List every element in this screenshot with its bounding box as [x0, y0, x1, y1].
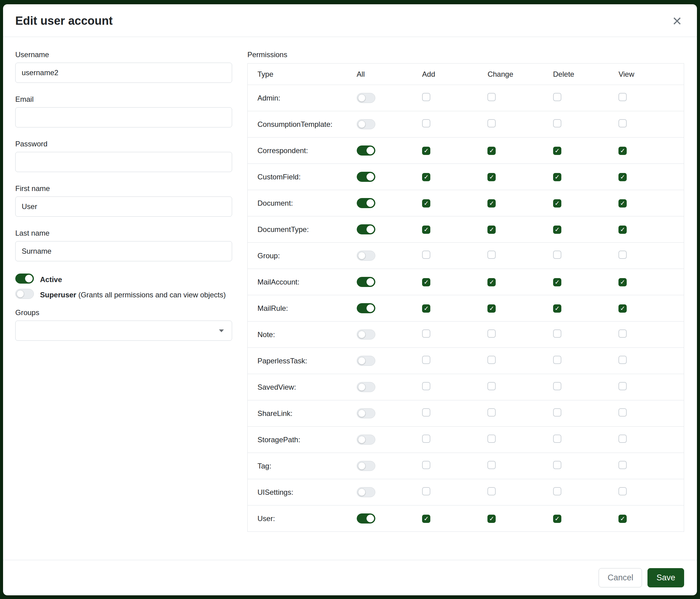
perm-add-checkbox-admin[interactable] [422, 93, 430, 101]
perm-all-toggle-paperlesstask[interactable] [357, 356, 375, 366]
perm-view-checkbox-storagepath[interactable] [619, 435, 627, 443]
perm-delete-checkbox-consumptiontemplate[interactable] [553, 119, 561, 127]
superuser-toggle[interactable] [15, 289, 34, 299]
first-name-input[interactable] [15, 196, 232, 217]
perm-all-toggle-correspondent[interactable] [357, 145, 375, 155]
perm-change-checkbox-storagepath[interactable] [488, 435, 496, 443]
perm-change-checkbox-correspondent[interactable]: ✓ [488, 147, 496, 155]
perm-row-note: Note: [248, 321, 684, 348]
perm-all-toggle-savedview[interactable] [357, 382, 375, 392]
perm-all-toggle-uisettings[interactable] [357, 487, 375, 497]
perm-view-checkbox-documenttype[interactable]: ✓ [619, 225, 627, 234]
perm-change-checkbox-user[interactable]: ✓ [488, 514, 496, 523]
perm-change-checkbox-uisettings[interactable] [488, 487, 496, 496]
perm-change-checkbox-customfield[interactable]: ✓ [488, 173, 496, 181]
perm-view-checkbox-mailaccount[interactable]: ✓ [619, 278, 627, 286]
perm-add-checkbox-user[interactable]: ✓ [422, 514, 430, 523]
perm-add-checkbox-consumptiontemplate[interactable] [422, 119, 430, 127]
perm-delete-checkbox-document[interactable]: ✓ [553, 199, 561, 208]
perm-add-checkbox-document[interactable]: ✓ [422, 199, 430, 208]
perm-delete-checkbox-mailrule[interactable]: ✓ [553, 304, 561, 313]
perm-delete-checkbox-correspondent[interactable]: ✓ [553, 147, 561, 155]
perm-all-toggle-note[interactable] [357, 330, 375, 339]
perm-all-toggle-consumptiontemplate[interactable] [357, 119, 375, 129]
perm-all-toggle-document[interactable] [357, 198, 375, 208]
perm-view-checkbox-admin[interactable] [619, 93, 627, 101]
perm-add-checkbox-mailaccount[interactable]: ✓ [422, 278, 430, 286]
perm-delete-checkbox-note[interactable] [553, 330, 561, 338]
perm-add-checkbox-customfield[interactable]: ✓ [422, 173, 430, 181]
perm-view-checkbox-sharelink[interactable] [619, 408, 627, 416]
perm-all-toggle-mailaccount[interactable] [357, 277, 375, 287]
perm-delete-checkbox-group[interactable] [553, 250, 561, 259]
perm-change-checkbox-group[interactable] [488, 250, 496, 259]
perm-all-toggle-user[interactable] [357, 513, 375, 524]
perm-view-checkbox-consumptiontemplate[interactable] [619, 119, 627, 127]
perm-delete-checkbox-customfield[interactable]: ✓ [553, 173, 561, 181]
perm-change-checkbox-savedview[interactable] [488, 382, 496, 390]
perm-change-checkbox-paperlesstask[interactable] [488, 356, 496, 364]
perm-change-checkbox-mailaccount[interactable]: ✓ [488, 278, 496, 286]
perm-add-checkbox-mailrule[interactable]: ✓ [422, 304, 430, 313]
perm-add-checkbox-storagepath[interactable] [422, 435, 430, 443]
perm-row-documenttype: DocumentType:✓✓✓✓ [248, 216, 684, 243]
perm-add-checkbox-tag[interactable] [422, 461, 430, 469]
perm-all-toggle-group[interactable] [357, 250, 375, 261]
perm-delete-checkbox-user[interactable]: ✓ [553, 514, 561, 523]
perm-all-toggle-tag[interactable] [357, 461, 375, 471]
save-button[interactable]: Save [648, 568, 684, 588]
cancel-button[interactable]: Cancel [599, 568, 642, 588]
email-input[interactable] [15, 107, 232, 127]
perm-delete-checkbox-mailaccount[interactable]: ✓ [553, 278, 561, 286]
perm-change-checkbox-documenttype[interactable]: ✓ [488, 225, 496, 234]
username-input[interactable] [15, 63, 232, 83]
perm-all-toggle-customfield[interactable] [357, 172, 375, 182]
perm-add-checkbox-paperlesstask[interactable] [422, 356, 430, 364]
perm-change-checkbox-document[interactable]: ✓ [488, 199, 496, 208]
perm-view-checkbox-customfield[interactable]: ✓ [619, 173, 627, 181]
perm-delete-checkbox-savedview[interactable] [553, 382, 561, 390]
perm-change-checkbox-admin[interactable] [488, 93, 496, 101]
perm-add-checkbox-note[interactable] [422, 330, 430, 338]
perm-delete-checkbox-storagepath[interactable] [553, 435, 561, 443]
active-toggle[interactable] [15, 273, 34, 284]
perm-view-checkbox-paperlesstask[interactable] [619, 356, 627, 364]
perm-change-checkbox-sharelink[interactable] [488, 408, 496, 416]
perm-delete-checkbox-admin[interactable] [553, 93, 561, 101]
groups-label: Groups [15, 308, 232, 317]
perm-delete-checkbox-uisettings[interactable] [553, 487, 561, 496]
perm-delete-checkbox-documenttype[interactable]: ✓ [553, 225, 561, 234]
perm-add-checkbox-sharelink[interactable] [422, 408, 430, 416]
perm-view-checkbox-tag[interactable] [619, 461, 627, 469]
perm-add-checkbox-documenttype[interactable]: ✓ [422, 225, 430, 234]
perm-view-checkbox-correspondent[interactable]: ✓ [619, 147, 627, 155]
perm-add-checkbox-correspondent[interactable]: ✓ [422, 147, 430, 155]
perm-view-checkbox-document[interactable]: ✓ [619, 199, 627, 208]
perm-change-checkbox-consumptiontemplate[interactable] [488, 119, 496, 127]
perm-add-checkbox-uisettings[interactable] [422, 487, 430, 496]
perm-change-checkbox-mailrule[interactable]: ✓ [488, 304, 496, 313]
perm-view-checkbox-group[interactable] [619, 250, 627, 259]
perm-all-toggle-admin[interactable] [357, 93, 375, 103]
perm-all-toggle-documenttype[interactable] [357, 224, 375, 234]
perm-delete-checkbox-paperlesstask[interactable] [553, 356, 561, 364]
groups-select[interactable] [15, 320, 232, 341]
perm-change-checkbox-tag[interactable] [488, 461, 496, 469]
perm-delete-checkbox-sharelink[interactable] [553, 408, 561, 416]
perm-all-toggle-mailrule[interactable] [357, 303, 375, 313]
perm-view-checkbox-savedview[interactable] [619, 382, 627, 390]
perm-all-toggle-sharelink[interactable] [357, 408, 375, 418]
perm-delete-checkbox-tag[interactable] [553, 461, 561, 469]
last-name-input[interactable] [15, 241, 232, 261]
perm-all-toggle-storagepath[interactable] [357, 435, 375, 445]
perm-add-checkbox-group[interactable] [422, 250, 430, 259]
perm-add-checkbox-savedview[interactable] [422, 382, 430, 390]
permissions-panel: Permissions TypeAllAddChangeDeleteView A… [247, 50, 684, 554]
perm-view-checkbox-mailrule[interactable]: ✓ [619, 304, 627, 313]
perm-view-checkbox-note[interactable] [619, 330, 627, 338]
password-input[interactable] [15, 152, 232, 172]
perm-view-checkbox-user[interactable]: ✓ [619, 514, 627, 523]
close-icon[interactable]: × [671, 13, 683, 29]
perm-view-checkbox-uisettings[interactable] [619, 487, 627, 496]
perm-change-checkbox-note[interactable] [488, 330, 496, 338]
